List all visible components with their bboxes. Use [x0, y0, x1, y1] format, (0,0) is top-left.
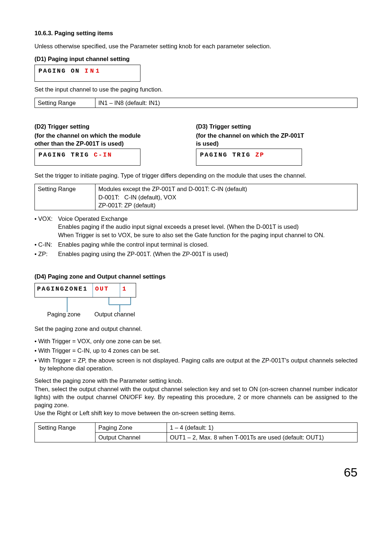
d3-lcd: PAGING TRIG ZP	[196, 149, 302, 166]
vox-bullet: • VOX: Voice Operated Exchange Enables p…	[34, 215, 358, 239]
d2-d3-row: (D2) Trigger setting (for the channel on…	[34, 122, 358, 166]
d4-heading: (D4) Paging zone and Output channel sett…	[34, 272, 358, 280]
d2-block: (D2) Trigger setting (for the channel on…	[34, 122, 196, 166]
d4-range-row2-val: OUT1 – 2, Max. 8 when T-001Ts are used (…	[167, 432, 358, 442]
zp-label: • ZP:	[34, 250, 58, 258]
d2-lcd-value: C-IN	[94, 151, 112, 158]
d2-lcd: PAGING TRIG C-IN	[34, 149, 140, 166]
d3-lcd-prefix: PAGING TRIG	[200, 151, 251, 158]
page-number: 65	[34, 464, 358, 481]
d1-range-label: Setting Range	[35, 98, 95, 108]
d4-lcd-label: PAGINGZONE	[37, 285, 83, 292]
d1-range-value: IN1 – IN8 (default: IN1)	[95, 98, 358, 108]
trigger-range-line2: D-001T: C-IN (default), VOX	[98, 193, 354, 201]
vox-text: Voice Operated Exchange Enables paging i…	[58, 215, 358, 239]
d4-lcd-label-seg: PAGINGZONE1	[35, 283, 93, 297]
d2-sub2: other than the ZP-001T is used)	[34, 139, 196, 147]
trigger-desc: Set the trigger to initiate paging. Type…	[34, 171, 358, 179]
zp-text: Enables paging using the ZP-001T. (When …	[58, 250, 358, 258]
d4-b1: • With Trigger = VOX, only one zone can …	[34, 337, 358, 345]
d4-lcd-out: OUT	[95, 285, 109, 292]
cin-text: Enables paging while the control input t…	[58, 240, 358, 248]
connector-svg	[38, 297, 147, 319]
d3-block: (D3) Trigger setting (for the channel on…	[196, 122, 358, 166]
d4-desc: Set the paging zone and output channel.	[34, 325, 358, 333]
d3-lcd-value: ZP	[255, 151, 264, 158]
d1-lcd-prefix: PAGING ON	[38, 68, 80, 74]
d1-lcd: PAGING ON IN1	[34, 65, 140, 82]
d4-p1: Select the paging zone with the Paramete…	[34, 377, 358, 385]
d3-sub2: is used)	[196, 139, 358, 147]
d2-lcd-prefix: PAGING TRIG	[38, 151, 89, 158]
d4-lcd-zonenum: 1	[83, 285, 88, 292]
d4-range-row1-param: Paging Zone	[95, 422, 167, 432]
d4-b3: • With Trigger = ZP, the above screen is…	[34, 356, 358, 373]
vox-text2: Enables paging if the audio input signal…	[58, 223, 358, 231]
d4-lcd-out-seg: OUT	[93, 283, 120, 297]
trigger-range-label: Setting Range	[35, 184, 95, 210]
page-content: 10.6.3. Paging setting items Unless othe…	[34, 29, 358, 481]
zp-bullet: • ZP: Enables paging using the ZP-001T. …	[34, 250, 358, 258]
d2-sub1: (for the channel on which the module	[34, 131, 196, 139]
d4-lcd: PAGINGZONE1 OUT 1	[34, 283, 136, 297]
d1-lcd-value: IN1	[85, 68, 101, 74]
cin-label: • C-IN:	[34, 240, 58, 248]
vox-label: • VOX:	[34, 215, 58, 239]
d1-desc: Set the input channel to use the paging …	[34, 85, 358, 93]
d2-heading: (D2) Trigger setting	[34, 122, 196, 130]
d4-p2: Then, select the output channel with the…	[34, 385, 358, 409]
d4-connector-diagram	[38, 297, 140, 314]
trigger-range-line1: Modules except the ZP-001T and D-001T: C…	[98, 185, 354, 193]
d3-sub1: (for the channel on which the ZP-001T	[196, 131, 358, 139]
d4-range-row1-val: 1 – 4 (default: 1)	[167, 422, 358, 432]
trigger-range-table: Setting Range Modules except the ZP-001T…	[34, 184, 358, 210]
d4-lcd-outnum: 1	[122, 285, 127, 292]
d4-range-row2-param: Output Channel	[95, 432, 167, 442]
vox-text1: Voice Operated Exchange	[58, 215, 358, 223]
trigger-bullets: • VOX: Voice Operated Exchange Enables p…	[34, 215, 358, 258]
intro-text: Unless otherwise specified, use the Para…	[34, 42, 358, 50]
cin-bullet: • C-IN: Enables paging while the control…	[34, 240, 358, 248]
d3-heading: (D3) Trigger setting	[196, 122, 358, 130]
d4-b2: • With Trigger = C-IN, up to 4 zones can…	[34, 347, 358, 355]
d1-range-table: Setting Range IN1 – IN8 (default: IN1)	[34, 98, 358, 108]
trigger-range-values: Modules except the ZP-001T and D-001T: C…	[95, 184, 358, 210]
d4-range-label: Setting Range	[35, 422, 95, 442]
d4-range-table: Setting Range Paging Zone 1 – 4 (default…	[34, 422, 358, 443]
d1-heading: (D1) Paging input channel setting	[34, 55, 358, 63]
d4-p3: Use the Right or Left shift key to move …	[34, 409, 358, 417]
trigger-range-line3: ZP-001T: ZP (default)	[98, 201, 354, 209]
d4-lcd-outnum-seg: 1	[120, 283, 131, 297]
d4-lcd-container: PAGINGZONE1 OUT 1 Paging zone Output cha…	[34, 283, 358, 318]
section-heading: 10.6.3. Paging setting items	[34, 29, 358, 37]
vox-text3: When Trigger is set to VOX, be sure to a…	[58, 231, 358, 239]
